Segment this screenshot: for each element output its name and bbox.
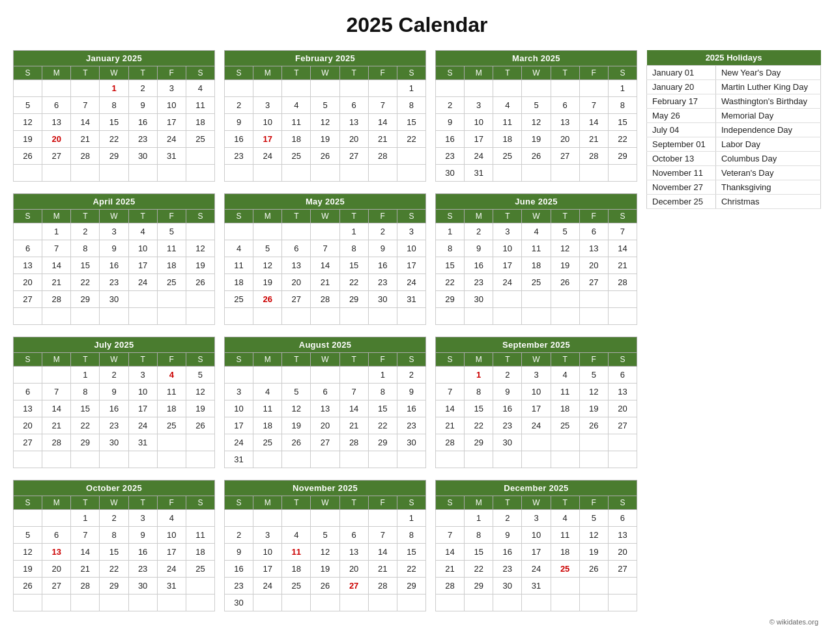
calendar-day: 14 [311,257,339,274]
month-table-april-2025: April 2025SMTWTFS12345678910111213141516… [13,193,215,325]
calendar-day: 31 [157,148,186,165]
calendar-day: 21 [368,561,397,578]
calendar-day: 29 [397,578,425,595]
calendar-day [42,367,71,384]
calendar-day: 12 [579,384,608,400]
holiday-date: February 17 [647,94,716,109]
calendar-day: 7 [436,527,465,544]
calendar-day: 20 [579,257,608,274]
calendar-day: 20 [608,544,637,561]
calendar-day: 24 [128,274,157,291]
calendar-day [100,165,128,182]
calendar-day [186,165,214,182]
calendar-day: 25 [186,131,214,148]
calendar-day [282,308,311,325]
calendar-day: 27 [14,291,42,308]
calendar-day: 23 [493,417,522,434]
calendar-day: 11 [282,544,311,561]
day-header: T [282,210,311,223]
calendar-day: 15 [397,114,425,131]
calendar-day: 23 [128,131,157,148]
holiday-name: Independence Day [715,123,820,137]
calendar-day: 14 [339,400,368,417]
calendar-day: 27 [42,148,71,165]
calendar-day: 29 [608,148,637,165]
calendar-day: 18 [551,400,579,417]
calendar-day [42,451,71,468]
day-header: S [225,496,253,510]
holiday-date: December 25 [647,195,716,209]
day-header: M [253,353,282,367]
calendar-day: 2 [100,367,128,384]
calendar-day: 7 [311,240,339,257]
calendar-day: 26 [311,148,339,165]
calendar-day: 28 [368,578,397,595]
calendar-day [253,595,282,611]
calendar-day: 4 [225,240,253,257]
calendar-day: 17 [522,544,551,561]
calendar-day: 1 [100,80,128,97]
calendar-day: 4 [253,384,282,400]
calendar-day [128,165,157,182]
calendar-day: 31 [157,578,186,595]
calendar-day: 21 [339,417,368,434]
calendar-day [397,451,425,468]
calendar-day [311,223,339,240]
calendar-day [579,165,608,182]
day-header: S [436,353,465,367]
calendar-day: 30 [493,434,522,451]
calendar-day [14,308,42,325]
calendar-day [71,165,100,182]
calendar-day [186,223,214,240]
calendar-day: 9 [465,240,493,257]
calendar-day: 25 [282,148,311,165]
calendar-day [282,165,311,182]
day-header: S [14,210,42,223]
calendar-day: 9 [225,114,253,131]
calendar-day: 28 [311,291,339,308]
calendar-day [311,80,339,97]
calendar-day [282,367,311,384]
day-header: F [368,210,397,223]
calendar-day: 21 [71,561,100,578]
copyright: © wikidates.org [13,618,821,626]
calendar-day [493,451,522,468]
calendar-day [311,308,339,325]
holiday-row: October 13Columbus Day [647,152,821,166]
day-header: M [253,66,282,80]
calendar-day: 26 [186,274,214,291]
calendar-day [493,80,522,97]
calendar-day: 1 [465,367,493,384]
month-table-july-2025: July 2025SMTWTFS123456789101112131415161… [13,337,215,468]
calendar-day: 24 [465,148,493,165]
month-table-december-2025: December 2025SMTWTFS12345678910111213141… [435,480,637,611]
calendar-day: 24 [128,417,157,434]
day-header: T [551,353,579,367]
calendar-day: 18 [186,114,214,131]
calendar-day: 23 [493,561,522,578]
calendar-day: 4 [128,223,157,240]
calendar-day [579,595,608,611]
day-header: F [368,66,397,80]
calendar-day: 4 [522,223,551,240]
calendar-day: 11 [522,240,551,257]
calendar-day [579,308,608,325]
calendar-day: 3 [522,510,551,527]
calendar-day [253,165,282,182]
calendar-day: 13 [14,257,42,274]
calendar-day: 24 [253,148,282,165]
calendar-day: 20 [608,400,637,417]
calendar-day [368,308,397,325]
month-header: January 2025 [14,51,215,66]
day-header: T [282,66,311,80]
calendar-day: 3 [128,510,157,527]
calendar-day: 30 [397,434,425,451]
calendar-day: 8 [465,527,493,544]
calendar-day: 27 [608,417,637,434]
calendar-day: 3 [397,223,425,240]
calendar-day: 22 [608,131,637,148]
calendar-day: 5 [311,527,339,544]
calendar-day: 22 [465,561,493,578]
holiday-name: Thanksgiving [715,180,820,195]
calendar-day [42,80,71,97]
